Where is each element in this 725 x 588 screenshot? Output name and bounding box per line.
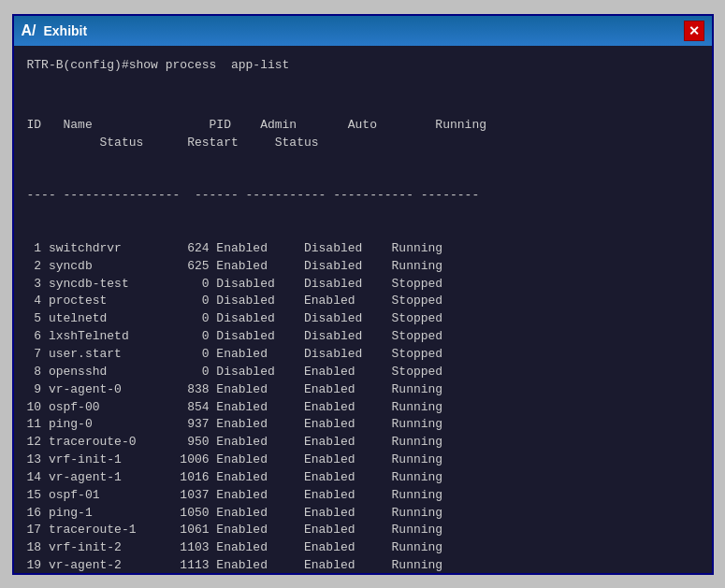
window-title: Exhibit xyxy=(44,23,88,38)
title-bar: A/ Exhibit ✕ xyxy=(14,16,712,46)
table-row: 3 syncdb-test 0 Disabled Disabled Stoppe… xyxy=(27,276,699,294)
table-row: 18 vrf-init-2 1103 Enabled Enabled Runni… xyxy=(27,539,699,557)
table-row: 19 vr-agent-2 1113 Enabled Enabled Runni… xyxy=(27,557,699,572)
table-row: 4 proctest 0 Disabled Enabled Stopped xyxy=(27,293,699,310)
table-row: 8 opensshd 0 Disabled Enabled Stopped xyxy=(27,364,699,381)
table-row: 14 vr-agent-1 1016 Enabled Enabled Runni… xyxy=(27,469,699,487)
table-row: 5 utelnetd 0 Disabled Disabled Stopped xyxy=(27,310,699,328)
table-header: ID Name PID Admin Auto Running Status Re… xyxy=(27,117,699,152)
command-line: RTR-B(config)#show process app-list xyxy=(27,57,699,75)
table-row: 13 vrf-init-1 1006 Enabled Enabled Runni… xyxy=(27,452,699,469)
table-row: 7 user.start 0 Enabled Disabled Stopped xyxy=(27,346,699,364)
close-button[interactable]: ✕ xyxy=(684,21,704,41)
table-body: 1 switchdrvr 624 Enabled Disabled Runnin… xyxy=(27,240,699,573)
process-table: ID Name PID Admin Auto Running Status Re… xyxy=(27,81,699,572)
exhibit-window: A/ Exhibit ✕ RTR-B(config)#show process … xyxy=(12,14,714,575)
table-row: 2 syncdb 625 Enabled Disabled Running xyxy=(27,258,699,276)
table-row: 9 vr-agent-0 838 Enabled Enabled Running xyxy=(27,381,699,399)
terminal-content: RTR-B(config)#show process app-list ID N… xyxy=(14,46,712,573)
table-row: 10 ospf-00 854 Enabled Enabled Running xyxy=(27,399,699,417)
table-row: 16 ping-1 1050 Enabled Enabled Running xyxy=(27,505,699,523)
table-row: 17 traceroute-1 1061 Enabled Enabled Run… xyxy=(27,522,699,539)
table-row: 1 switchdrvr 624 Enabled Disabled Runnin… xyxy=(27,240,699,258)
table-row: 11 ping-0 937 Enabled Enabled Running xyxy=(27,416,699,434)
app-icon: A/ xyxy=(22,22,36,39)
table-row: 12 traceroute-0 950 Enabled Enabled Runn… xyxy=(27,434,699,452)
title-bar-left: A/ Exhibit xyxy=(22,22,88,39)
table-row: 6 lxshTelnetd 0 Disabled Disabled Stoppe… xyxy=(27,328,699,346)
table-row: 15 ospf-01 1037 Enabled Enabled Running xyxy=(27,487,699,505)
table-separator: ---- ---------------- ------ -----------… xyxy=(27,187,699,205)
